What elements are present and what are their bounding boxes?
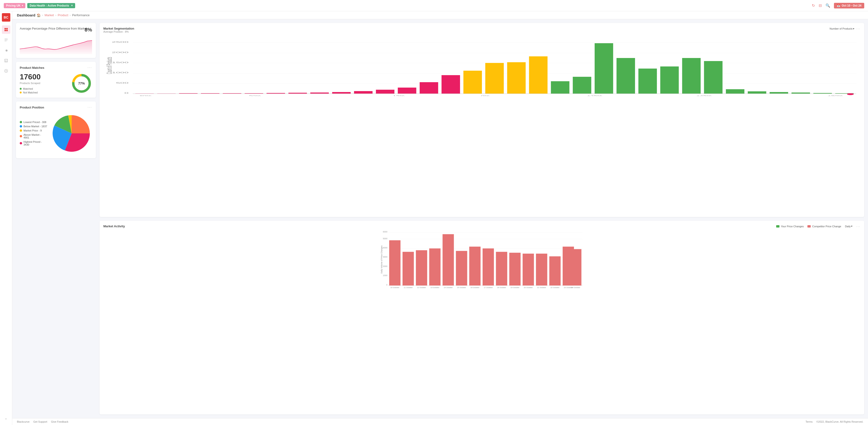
svg-rect-54 [813, 93, 832, 94]
not-matched-dot [20, 92, 22, 94]
svg-text:16 October: 16 October [470, 287, 479, 289]
product-position-card: Product Position ··· Lowest Priced - 308… [16, 101, 96, 158]
activity-dropdown-label: Daily [845, 225, 850, 228]
sidebar-item-expand[interactable] [2, 415, 10, 423]
sidebar-item-dashboard[interactable] [2, 25, 10, 34]
matched-dot [20, 88, 22, 90]
matches-legend: Matched Not Matched [20, 87, 41, 94]
segmentation-subtitle: Average Position : 8% [103, 30, 134, 33]
product-matches-card: Product Matches ··· 17600 Products Scrap… [16, 62, 96, 98]
svg-rect-38 [463, 71, 482, 94]
svg-text:-15%: -15% [391, 95, 405, 96]
your-changes-label: Your Price Changes [781, 225, 804, 228]
pricing-tag-label: Pricing UK [6, 4, 21, 7]
svg-rect-5 [4, 40, 8, 40]
sparkline-container [20, 33, 92, 54]
market-dot [20, 129, 22, 132]
home-icon[interactable]: 🏠 [37, 13, 41, 17]
footer-feedback-link[interactable]: Give Feedback [51, 420, 68, 423]
data-health-tag-label: Data Health : Active Products [30, 4, 69, 7]
lowest-dot [20, 121, 22, 123]
svg-text:11 October: 11 October [404, 287, 413, 289]
svg-text:19 October: 19 October [510, 287, 520, 289]
sparkline-chart [20, 33, 92, 54]
svg-text:+25%: +25% [587, 95, 602, 96]
pie-body: Lowest Priced - 308 Below Market - 1837 … [20, 112, 92, 155]
breadcrumb-title: Dashboard [17, 13, 35, 17]
svg-rect-0 [4, 28, 6, 29]
segmentation-dropdown[interactable]: Number of Products ▾ [830, 27, 855, 30]
sidebar-item-table[interactable] [2, 56, 10, 65]
date-range-button[interactable]: 📅 Oct 10 - Oct 24 [834, 3, 864, 8]
legend-market: Market Price - 9 [20, 129, 48, 132]
sidebar-item-reports[interactable] [2, 36, 10, 44]
svg-text:+45%: +45% [696, 95, 712, 96]
sidebar: BC [0, 11, 12, 425]
svg-text:500: 500 [116, 82, 129, 84]
svg-text:5000: 5000 [383, 237, 387, 239]
svg-point-66 [847, 93, 854, 95]
legend-above: Above Market - 4901 [20, 133, 48, 139]
refresh-icon[interactable]: ↻ [812, 3, 815, 8]
data-health-close-icon[interactable]: ✕ [71, 4, 73, 7]
avg-price-value: 8% [85, 27, 92, 33]
svg-rect-49 [704, 61, 723, 94]
legend-highest: Highest Priced - 3430 [20, 140, 48, 146]
sidebar-item-monitor[interactable] [2, 67, 10, 75]
product-position-more-button[interactable]: ··· [88, 105, 92, 109]
svg-rect-33 [354, 91, 373, 94]
legend-not-matched: Not Matched [20, 91, 41, 94]
footer: Blackcurve Get Support Give Feedback Ter… [12, 418, 868, 425]
bar-17-oct [483, 249, 494, 286]
svg-rect-39 [485, 63, 504, 94]
activity-dropdown[interactable]: Daily ▾ [845, 225, 852, 228]
svg-rect-51 [748, 91, 766, 94]
matches-count: 17600 [20, 72, 41, 81]
svg-rect-41 [529, 56, 548, 94]
breadcrumb-product[interactable]: Product [58, 13, 68, 17]
svg-text:14 October: 14 October [444, 287, 453, 289]
svg-text:2000: 2000 [383, 265, 387, 267]
filter-icon[interactable]: ⊟ [819, 3, 822, 8]
svg-text:18 October: 18 October [497, 287, 506, 289]
footer-terms-link[interactable]: Terms [806, 420, 813, 423]
activity-chevron-icon: ▾ [851, 225, 852, 228]
svg-text:4000: 4000 [383, 247, 387, 249]
data-health-tag[interactable]: Data Health : Active Products ✕ [27, 3, 75, 8]
bar-22-oct [549, 256, 561, 285]
legend-matched: Matched [20, 87, 41, 90]
highest-label: Highest Priced - 3430 [24, 140, 48, 146]
svg-text:0%: 0% [481, 95, 489, 96]
breadcrumb-performance: Performance [72, 13, 90, 17]
svg-text:1000: 1000 [112, 71, 129, 74]
product-position-header: Product Position ··· [20, 105, 92, 109]
footer-blackcurve-link[interactable]: Blackcurve [17, 420, 30, 423]
market-activity-card: Market Activity Your Price Changes Compe… [100, 221, 864, 415]
product-position-title: Product Position [20, 106, 44, 109]
footer-right: Terms ©2022, BlackCurve. All Rights Rese… [806, 420, 863, 423]
sidebar-item-settings[interactable] [2, 46, 10, 55]
footer-copyright: ©2022, BlackCurve. All Rights Reserved. [816, 420, 863, 423]
competitor-changes-dot [807, 225, 811, 228]
product-matches-title: Product Matches [20, 66, 44, 69]
activity-chart-svg: 0 1000 2000 3000 4000 5000 6000 [103, 230, 861, 291]
segmentation-header-left: Market Segmentation Average Position : 8… [103, 27, 134, 33]
footer-support-link[interactable]: Get Support [33, 420, 47, 423]
search-icon[interactable]: 🔍 [826, 3, 830, 8]
pricing-uk-tag[interactable]: Pricing UK ▾ [4, 3, 25, 8]
svg-text:2500: 2500 [112, 41, 129, 43]
svg-rect-2 [4, 30, 6, 31]
breadcrumb-market[interactable]: Market [44, 13, 54, 17]
segmentation-more-button[interactable]: ··· [856, 27, 861, 31]
bar-24-oct [570, 249, 582, 285]
activity-more-button[interactable]: ··· [856, 225, 861, 228]
svg-rect-50 [726, 89, 744, 94]
pie-legend: Lowest Priced - 308 Below Market - 1837 … [20, 121, 48, 146]
svg-text:6000: 6000 [383, 230, 387, 233]
svg-rect-53 [792, 93, 810, 94]
svg-text:13 October: 13 October [431, 287, 439, 289]
product-matches-more-button[interactable]: ··· [88, 66, 92, 70]
card-header: Product Matches ··· [20, 66, 92, 70]
svg-rect-4 [4, 39, 8, 39]
svg-rect-37 [441, 75, 460, 94]
